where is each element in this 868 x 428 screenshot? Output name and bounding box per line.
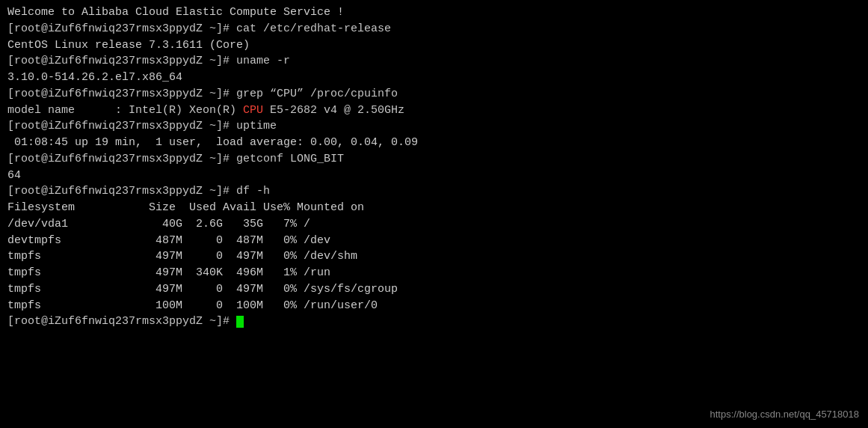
terminal-line: [root@iZuf6fnwiq237rmsx3ppydZ ~]# uname …: [7, 53, 861, 70]
terminal-last-line: [root@iZuf6fnwiq237rmsx3ppydZ ~]#: [7, 314, 861, 330]
terminal-line: tmpfs 497M 0 497M 0% /dev/shm: [7, 248, 861, 265]
terminal-line: [root@iZuf6fnwiq237rmsx3ppydZ ~]# grep “…: [7, 86, 861, 103]
watermark: https://blog.csdn.net/qq_45718018: [710, 408, 860, 422]
terminal-line: CentOS Linux release 7.3.1611 (Core): [7, 37, 861, 54]
terminal-content: Welcome to Alibaba Cloud Elastic Compute…: [7, 4, 861, 330]
terminal-line: Filesystem Size Used Avail Use% Mounted …: [7, 200, 861, 216]
terminal-line: [root@iZuf6fnwiq237rmsx3ppydZ ~]# uptime: [7, 118, 861, 135]
terminal-line: tmpfs 100M 0 100M 0% /run/user/0: [7, 298, 861, 314]
terminal-line: 01:08:45 up 19 min, 1 user, load average…: [7, 135, 861, 151]
terminal-line: [root@iZuf6fnwiq237rmsx3ppydZ ~]# df -h: [7, 183, 861, 200]
terminal-line: tmpfs 497M 0 497M 0% /sys/fs/cgroup: [7, 281, 861, 298]
terminal-line: model name : Intel(R) Xeon(R) CPU E5-268…: [7, 103, 861, 119]
terminal-line: devtmpfs 487M 0 487M 0% /dev: [7, 233, 861, 249]
terminal-line: tmpfs 497M 340K 496M 1% /run: [7, 265, 861, 281]
terminal-line: 64: [7, 168, 861, 184]
terminal-window: Welcome to Alibaba Cloud Elastic Compute…: [0, 0, 868, 428]
terminal-line: [root@iZuf6fnwiq237rmsx3ppydZ ~]# cat /e…: [7, 21, 861, 37]
terminal-line: [root@iZuf6fnwiq237rmsx3ppydZ ~]# getcon…: [7, 151, 861, 168]
terminal-cursor: [236, 316, 244, 328]
terminal-line: 3.10.0-514.26.2.el7.x86_64: [7, 70, 861, 86]
terminal-line: /dev/vda1 40G 2.6G 35G 7% /: [7, 216, 861, 233]
terminal-line: Welcome to Alibaba Cloud Elastic Compute…: [7, 4, 861, 21]
